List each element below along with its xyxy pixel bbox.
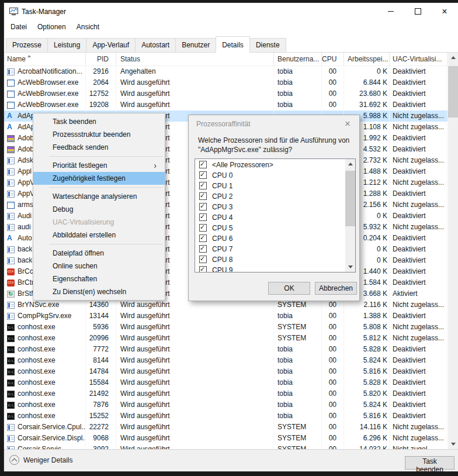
cell-uac: Nicht zugelass... [390, 422, 447, 433]
menu-item-label: Debug [53, 205, 73, 213]
menu-item-zugeh-rigkeit-festlegen[interactable]: Zugehörigkeit festlegen [33, 172, 165, 185]
checkbox-icon[interactable] [199, 256, 207, 263]
ok-button[interactable]: OK [268, 282, 310, 295]
scroll-up-button[interactable] [448, 53, 458, 62]
tab-dienste[interactable]: Dienste [249, 38, 286, 53]
end-task-button[interactable]: Task beenden [405, 456, 454, 470]
col-header-pid[interactable]: PID [86, 53, 116, 66]
maximize-button[interactable] [404, 3, 431, 20]
table-row[interactable]: conhost.exe15584Wird ausgeführttobia005.… [4, 377, 448, 388]
col-header-status[interactable]: Status [116, 53, 274, 66]
processor-item-cpu-4[interactable]: CPU 4 [195, 212, 355, 222]
tab-leistung[interactable]: Leistung [47, 38, 86, 53]
menu-item-zu-dienst-en-wechseln[interactable]: Zu Dienst(en) wechseln [33, 285, 165, 298]
tab-autostart[interactable]: Autostart [135, 38, 176, 53]
processor-item-cpu-5[interactable]: CPU 5 [195, 223, 355, 233]
table-row[interactable]: conhost.exe20996Wird ausgeführtSYSTEM005… [4, 333, 448, 344]
table-row[interactable]: conhost.exe7876Wird ausgeführttobia005.8… [4, 399, 448, 411]
processor-item-cpu-1[interactable]: CPU 1 [195, 181, 355, 191]
menu-ansicht[interactable]: Ansicht [71, 20, 105, 34]
col-header-mem[interactable]: Arbeitsspei... [344, 53, 390, 66]
menu-item-warteschlange-analysieren[interactable]: Warteschlange analysieren [33, 190, 165, 203]
table-row[interactable]: conhost.exe21492Wird ausgeführttobia005.… [4, 388, 448, 399]
cell-name: conhost.exe [4, 366, 86, 377]
table-scrollbar[interactable] [448, 53, 458, 449]
processor-item-cpu-2[interactable]: CPU 2 [195, 191, 355, 201]
menu-item-eigenschaften[interactable]: Eigenschaften [33, 273, 165, 285]
list-scrollbar-thumb[interactable] [345, 171, 355, 226]
cell-user: tobia [274, 99, 322, 111]
table-row[interactable]: conhost.exe5936Wird ausgeführtSYSTEM005.… [4, 322, 448, 333]
checkbox-icon[interactable] [199, 182, 207, 189]
menu-item-priorit-t-festlegen[interactable]: Priorität festlegen [33, 159, 165, 172]
table-row[interactable]: Corsair.Service.Cpul...22272Wird ausgefü… [4, 422, 448, 433]
table-row[interactable]: conhost.exe8144Wird ausgeführttobia005.8… [4, 355, 448, 366]
table-row[interactable]: Corsair.Service.Displ...9068Wird ausgefü… [4, 433, 448, 444]
col-header-user[interactable]: Benutzerna... [274, 53, 322, 66]
checkbox-icon[interactable] [199, 234, 207, 242]
close-button[interactable] [431, 3, 458, 20]
tab-prozesse[interactable]: Prozesse [6, 38, 48, 53]
processor-item-cpu-6[interactable]: CPU 6 [195, 233, 355, 243]
checkbox-icon[interactable] [199, 171, 207, 179]
dialog-title: Prozessoraffinität [196, 120, 251, 128]
menu-item-abbilddatei-erstellen[interactable]: Abbilddatei erstellen [33, 229, 165, 242]
table-row[interactable]: AcWebBrowser.exe2064Wird ausgeführttobia… [4, 77, 448, 88]
scrollbar-thumb[interactable] [448, 66, 458, 118]
tab-benutzer[interactable]: Benutzer [175, 38, 216, 53]
tab-app-verlauf[interactable]: App-Verlauf [86, 38, 136, 53]
checkbox-icon[interactable] [199, 213, 207, 221]
menu-optionen[interactable]: Optionen [32, 20, 71, 34]
less-details-toggle[interactable]: Weniger Details [9, 455, 72, 465]
menu-item-debug[interactable]: Debug [33, 203, 165, 216]
list-scroll-down-button[interactable] [345, 263, 355, 272]
tabbar: ProzesseLeistungApp-VerlaufAutostartBenu… [4, 34, 458, 53]
col-header-cpu[interactable]: CPU [322, 53, 344, 66]
menu-item-dateipfad-ffnen[interactable]: Dateipfad öffnen [33, 247, 165, 260]
process-name: Audi [18, 211, 32, 222]
table-row[interactable]: AcWebBrowser.exe19208Wird ausgeführttobi… [4, 99, 448, 111]
menu-item-online-suchen[interactable]: Online suchen [33, 260, 165, 273]
table-row[interactable]: conhost.exe15252Wird ausgeführttobia005.… [4, 411, 448, 422]
processor-item-cpu-0[interactable]: CPU 0 [195, 170, 355, 180]
process-name: Adob [18, 144, 34, 155]
menu-item-prozessstruktur-beenden[interactable]: Prozessstruktur beenden [33, 128, 165, 141]
processor-item-alle-prozessoren[interactable]: <Alle Prozessoren> [195, 160, 355, 170]
cell-uac: Nicht zugelass... [390, 433, 447, 444]
window-controls [377, 3, 458, 20]
menu-item-feedback-senden[interactable]: Feedback senden [33, 141, 165, 154]
table-row[interactable]: AcrobatNotification...2916Angehaltentobi… [4, 66, 448, 77]
table-row[interactable]: AcWebBrowser.exe12752Wird ausgeführttobi… [4, 88, 448, 99]
menu-item-task-beenden[interactable]: Task beenden [33, 115, 165, 128]
list-scroll-up-button[interactable] [345, 159, 355, 168]
col-header-name[interactable]: Name [4, 53, 86, 66]
processor-item-cpu-3[interactable]: CPU 3 [195, 202, 355, 212]
menu-datei[interactable]: Datei [5, 20, 32, 34]
table-row[interactable]: CompPkgSrv.exe13144Wird ausgeführttobia0… [4, 311, 448, 322]
process-name: CompPkgSrv.exe [18, 311, 71, 322]
checkbox-icon[interactable] [199, 192, 207, 200]
col-header-uac[interactable]: UAC-Virtualisi... [390, 53, 447, 66]
cell-status: Wird ausgeführt [116, 366, 274, 377]
checkbox-icon[interactable] [199, 245, 207, 253]
checkbox-icon[interactable] [199, 266, 207, 273]
dialog-close-button[interactable] [342, 115, 353, 133]
table-row[interactable]: Corsair.Servic...3092Wird ausgeführtSYST… [4, 444, 448, 449]
cell-uac: Deaktiviert [390, 366, 447, 377]
cancel-button[interactable]: Abbrechen [315, 282, 357, 295]
table-row[interactable]: conhost.exe7772Wird ausgeführttobia005.8… [4, 344, 448, 355]
app-app-icon [7, 68, 15, 75]
processor-item-cpu-9[interactable]: CPU 9 [195, 265, 355, 273]
checkbox-icon[interactable] [199, 224, 207, 232]
cell-user: tobia [274, 77, 322, 88]
processor-item-cpu-7[interactable]: CPU 7 [195, 244, 355, 254]
checkbox-icon[interactable] [199, 203, 207, 211]
processor-list-scrollbar[interactable] [345, 159, 355, 272]
processor-label: <Alle Prozessoren> [212, 161, 273, 169]
checkbox-icon[interactable] [199, 161, 207, 168]
table-row[interactable]: conhost.exe14784Wird ausgeführttobia005.… [4, 366, 448, 377]
minimize-button[interactable] [377, 3, 404, 20]
scroll-down-button[interactable] [448, 440, 458, 449]
tab-details[interactable]: Details [216, 36, 250, 53]
processor-item-cpu-8[interactable]: CPU 8 [195, 254, 355, 264]
